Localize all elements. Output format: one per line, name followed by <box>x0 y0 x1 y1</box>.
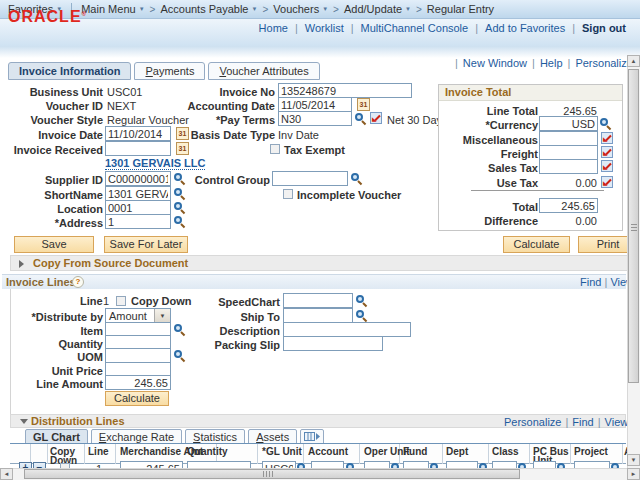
personalize-link[interactable]: Personalize <box>504 416 561 428</box>
separator: | <box>565 416 568 428</box>
speedchart-input[interactable] <box>283 293 353 308</box>
copy-from-source-section[interactable]: Copy From Source Document <box>10 255 628 271</box>
column-header-fund: Fund <box>403 447 427 456</box>
transfer-icon[interactable] <box>601 176 613 188</box>
tab-voucher-attributes[interactable]: Voucher Attributes <box>208 62 319 80</box>
quantity-label: Quantity <box>0 338 103 350</box>
grid-column-divider <box>442 444 443 464</box>
ship-to-input[interactable] <box>283 308 353 323</box>
shortname-input[interactable] <box>105 186 171 201</box>
basis-date-type-value: Inv Date <box>278 129 319 141</box>
supplier-name-link[interactable]: 1301 GERVAIS LLC <box>105 157 205 170</box>
lookup-icon[interactable] <box>351 172 363 184</box>
multichannel-console-link[interactable]: MultiChannel Console <box>361 22 469 34</box>
incomplete-voucher-checkbox[interactable] <box>283 189 293 199</box>
invoice-received-input[interactable] <box>105 141 171 156</box>
location-input[interactable] <box>105 200 171 215</box>
lookup-icon[interactable] <box>600 117 612 129</box>
miscellaneous-input[interactable] <box>539 131 598 146</box>
lookup-icon[interactable] <box>356 294 368 306</box>
grid-column-divider <box>529 444 530 464</box>
basis-date-type-label: Basis Date Type <box>160 129 275 141</box>
separator: | <box>351 22 354 34</box>
transfer-icon[interactable] <box>601 132 613 144</box>
line-calculate-button[interactable]: Calculate <box>105 391 169 406</box>
speedchart-label: SpeedChart <box>180 296 280 308</box>
description-label: Description <box>180 325 280 337</box>
line-amount-input[interactable] <box>105 375 171 390</box>
description-input[interactable] <box>283 322 411 337</box>
calculate-button[interactable]: Calculate <box>503 236 570 253</box>
help-icon[interactable] <box>72 276 84 288</box>
transfer-icon[interactable] <box>601 146 613 158</box>
find-link[interactable]: Find <box>580 276 601 288</box>
lookup-icon[interactable] <box>174 201 186 213</box>
worklist-link[interactable]: Worklist <box>305 22 344 34</box>
control-group-input[interactable] <box>272 171 348 186</box>
column-header-project: Project <box>574 447 608 456</box>
calendar-icon[interactable] <box>176 142 189 155</box>
transfer-icon[interactable] <box>370 112 382 124</box>
tax-exempt-checkbox[interactable] <box>270 144 280 154</box>
collapse-arrow-icon <box>20 419 28 424</box>
tab-invoice-information[interactable]: Invoice Information <box>8 62 131 80</box>
column-header-dept: Dept <box>446 447 468 456</box>
grid-column-divider <box>84 444 85 464</box>
currency-input[interactable] <box>539 116 598 131</box>
distribution-lines-section[interactable]: Distribution Lines Personalize | Find | … <box>10 414 626 428</box>
address-input[interactable] <box>105 214 171 229</box>
grid-column-divider <box>622 444 623 464</box>
grid-column-divider <box>30 444 31 464</box>
calendar-icon[interactable] <box>357 98 370 111</box>
packing-slip-input[interactable] <box>283 336 383 351</box>
new-window-link[interactable]: New Window <box>463 57 527 69</box>
uom-input[interactable] <box>105 348 171 363</box>
add-to-favorites-link[interactable]: Add to Favorites <box>485 22 565 34</box>
vertical-scroll-thumb[interactable] <box>628 69 639 383</box>
breadcrumb-vouchers[interactable]: Vouchers ▼ <box>273 3 328 15</box>
supplier-id-label: Supplier ID <box>0 174 103 186</box>
sign-out-link[interactable]: Sign out <box>582 22 626 34</box>
invoice-total-header: Invoice Total <box>439 85 622 101</box>
home-link[interactable]: Home <box>259 22 288 34</box>
distribute-by-label: *Distribute by <box>0 311 103 323</box>
tab-payments[interactable]: Payments <box>134 62 205 80</box>
grid-column-divider <box>488 444 489 464</box>
invoice-no-input[interactable] <box>278 83 412 98</box>
scroll-right-button[interactable]: ► <box>627 468 640 480</box>
copy-down-checkbox[interactable] <box>116 296 126 306</box>
save-for-later-button[interactable]: Save For Later <box>104 236 188 253</box>
business-unit-label: Business Unit <box>0 86 103 98</box>
pay-terms-label: *Pay Terms <box>160 114 275 126</box>
breadcrumb-label: Add/Update <box>344 3 402 15</box>
sales-tax-input[interactable] <box>539 159 598 174</box>
header: Home | Worklist | MultiChannel Console |… <box>0 19 640 46</box>
pay-terms-input[interactable] <box>278 111 352 126</box>
scroll-left-button[interactable]: ◄ <box>0 468 13 480</box>
accounting-date-input[interactable] <box>278 97 352 112</box>
separator: | <box>568 57 571 69</box>
freight-input[interactable] <box>539 145 598 160</box>
scroll-down-button[interactable]: ▼ <box>627 454 640 466</box>
find-link[interactable]: Find <box>572 416 593 428</box>
save-button[interactable]: Save <box>14 236 94 253</box>
main-menu[interactable]: Main Menu ▼ <box>81 3 144 15</box>
horizontal-scroll-thumb[interactable] <box>24 469 520 479</box>
scroll-up-button[interactable]: ▲ <box>627 55 640 67</box>
column-header-gl-unit: *GL Unit <box>262 447 302 456</box>
lookup-icon[interactable] <box>174 187 186 199</box>
columns-grid-icon <box>304 432 320 441</box>
column-header-line: Line <box>88 447 109 456</box>
breadcrumb-accounts-payable[interactable]: Accounts Payable ▼ <box>160 3 257 15</box>
lookup-icon[interactable] <box>356 309 368 321</box>
transfer-icon[interactable] <box>601 160 613 172</box>
distribution-links: Personalize | Find | View All | | <box>504 415 640 428</box>
help-link[interactable]: Help <box>540 57 563 69</box>
breadcrumb-add-update[interactable]: Add/Update ▼ <box>344 3 411 15</box>
chevron-down-icon: ▼ <box>154 309 170 323</box>
lookup-icon[interactable] <box>355 112 367 124</box>
lookup-icon[interactable] <box>174 215 186 227</box>
total-input[interactable] <box>539 198 598 213</box>
distribution-lines-title: Distribution Lines <box>31 415 125 427</box>
grid-column-divider <box>303 444 304 464</box>
